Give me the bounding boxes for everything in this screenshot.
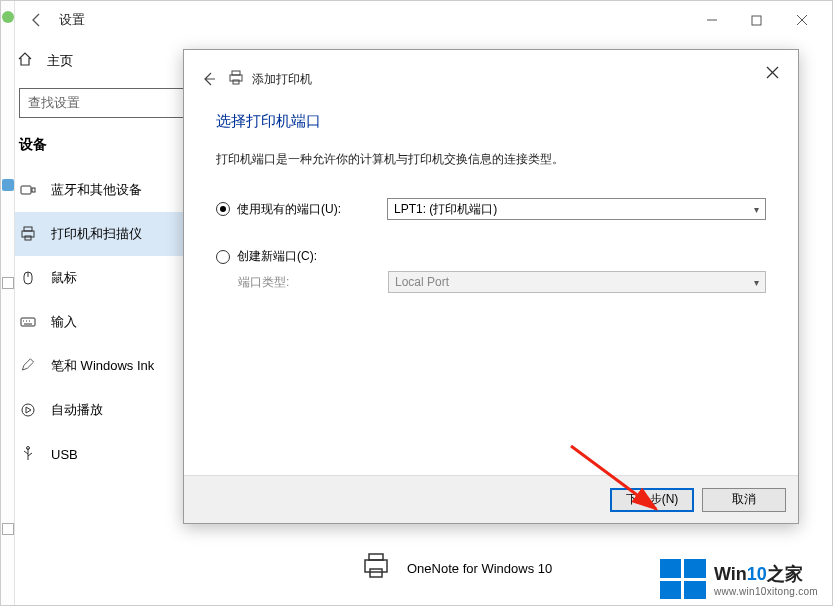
svg-rect-6 — [24, 227, 32, 231]
svg-rect-21 — [370, 569, 382, 577]
existing-port-select[interactable]: LPT1: (打印机端口) ▾ — [387, 198, 766, 220]
nav-label: 输入 — [51, 313, 77, 331]
settings-window: 设置 主页 查找设置 设备 蓝牙和其他设备 打印机和扫描仪 — [0, 0, 833, 606]
mouse-icon — [19, 270, 37, 286]
nav-label: 蓝牙和其他设备 — [51, 181, 142, 199]
nav-label: 自动播放 — [51, 401, 103, 419]
search-placeholder: 查找设置 — [28, 94, 80, 112]
home-label: 主页 — [47, 52, 73, 70]
nav-label: 鼠标 — [51, 269, 77, 287]
dialog-description: 打印机端口是一种允许你的计算机与打印机交换信息的连接类型。 — [216, 151, 766, 168]
svg-rect-1 — [752, 16, 761, 25]
chevron-down-icon: ▾ — [754, 204, 759, 215]
radio-icon — [216, 250, 230, 264]
printer-name: OneNote for Windows 10 — [407, 561, 552, 576]
svg-rect-20 — [365, 560, 387, 572]
radio-icon — [216, 202, 230, 216]
port-type-select: Local Port ▾ — [388, 271, 766, 293]
add-printer-dialog: 添加打印机 选择打印机端口 打印机端口是一种允许你的计算机与打印机交换信息的连接… — [183, 49, 799, 524]
keyboard-icon — [19, 314, 37, 330]
nav-label: 打印机和扫描仪 — [51, 225, 142, 243]
option-use-existing[interactable]: 使用现有的端口(U): LPT1: (打印机端口) ▾ — [216, 198, 766, 220]
minimize-button[interactable] — [689, 5, 734, 35]
dialog-breadcrumb: 添加打印机 — [252, 71, 312, 88]
watermark: Win10之家 www.win10xitong.com — [660, 559, 818, 599]
printer-icon — [19, 226, 37, 242]
port-type-row: 端口类型: Local Port ▾ — [216, 271, 766, 293]
svg-rect-4 — [21, 186, 31, 194]
svg-point-16 — [22, 404, 34, 416]
watermark-title: Win10之家 — [714, 562, 803, 586]
dialog-close-button[interactable] — [756, 60, 788, 84]
autoplay-icon — [19, 402, 37, 418]
home-icon — [17, 51, 35, 70]
close-button[interactable] — [779, 5, 824, 35]
svg-rect-24 — [232, 71, 240, 75]
usb-icon — [19, 446, 37, 462]
dialog-back-button[interactable] — [198, 68, 220, 90]
printer-icon — [228, 70, 244, 89]
titlebar: 设置 — [1, 1, 832, 39]
radio-label: 使用现有的端口(U): — [237, 201, 357, 218]
maximize-button[interactable] — [734, 5, 779, 35]
windows-logo-icon — [660, 559, 706, 599]
select-value: LPT1: (打印机端口) — [394, 201, 497, 218]
watermark-url: www.win10xitong.com — [714, 586, 818, 597]
back-button[interactable] — [23, 6, 51, 34]
svg-rect-19 — [369, 554, 383, 560]
svg-rect-11 — [21, 318, 35, 326]
dialog-header: 添加打印机 — [184, 50, 798, 90]
cancel-button[interactable]: 取消 — [702, 488, 786, 512]
nav-label: 笔和 Windows Ink — [51, 357, 154, 375]
nav-label: USB — [51, 447, 78, 462]
left-sliver — [1, 1, 15, 605]
svg-rect-5 — [32, 188, 35, 192]
window-title: 设置 — [59, 11, 85, 29]
option-create-new[interactable]: 创建新端口(C): — [216, 248, 766, 265]
select-value: Local Port — [395, 275, 449, 289]
dialog-footer: 下一步(N) 取消 — [184, 475, 798, 523]
next-button[interactable]: 下一步(N) — [610, 488, 694, 512]
radio-label: 创建新端口(C): — [237, 248, 357, 265]
port-type-label: 端口类型: — [238, 274, 358, 291]
bluetooth-icon — [19, 182, 37, 198]
chevron-down-icon: ▾ — [754, 277, 759, 288]
dialog-title: 选择打印机端口 — [216, 112, 766, 131]
pen-icon — [19, 358, 37, 374]
printer-device-icon — [361, 551, 395, 585]
